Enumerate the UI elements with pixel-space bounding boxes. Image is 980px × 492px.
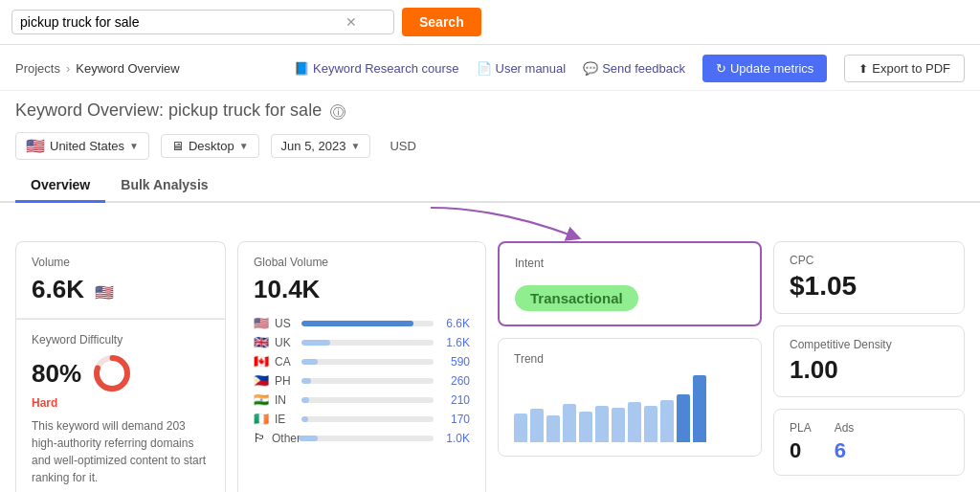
country-code: PH	[275, 374, 296, 388]
user-manual-label: User manual	[496, 61, 567, 76]
country-bar-track	[301, 321, 434, 326]
country-bar-track	[301, 416, 434, 422]
cpc-card: CPC $1.05	[773, 241, 965, 314]
trend-bar-item	[595, 406, 609, 442]
left-column: Volume 6.6K 🇺🇸 Keyword Difficulty 80% Ha…	[15, 241, 226, 492]
pla-ads-row: PLA 0 Ads 6	[790, 421, 948, 463]
export-icon: ⬆	[858, 62, 868, 76]
tabs: Overview Bulk Analysis	[0, 169, 980, 203]
date-chevron: ▼	[351, 141, 361, 151]
trend-label: Trend	[514, 352, 746, 366]
comp-density-value: 1.00	[790, 355, 948, 385]
tab-bulk-analysis[interactable]: Bulk Analysis	[105, 169, 223, 203]
info-icon[interactable]: ⓘ	[330, 104, 345, 120]
trend-bar-item	[530, 409, 544, 442]
country-val: 6.6K	[439, 317, 470, 330]
kd-sub: Hard	[32, 396, 210, 410]
page-title-keyword: pickup truck for sale	[168, 101, 322, 120]
country-code: UK	[275, 336, 296, 349]
pla-value: 0	[790, 438, 812, 463]
pla-label: PLA	[790, 421, 812, 435]
date-label: Jun 5, 2023	[281, 139, 346, 153]
trend-bar-item	[579, 412, 592, 442]
cpc-label: CPC	[790, 254, 948, 267]
pla-block: PLA 0	[790, 421, 812, 463]
global-vol-value: 10.4K	[254, 275, 470, 304]
keyword-course-label: Keyword Research course	[313, 61, 458, 76]
update-metrics-label: Update metrics	[730, 61, 813, 76]
page-title: Keyword Overview: pickup truck for sale …	[15, 101, 965, 121]
country-row: 🇵🇭 PH 260	[254, 373, 470, 388]
country-filter[interactable]: 🇺🇸 United States ▼	[15, 132, 149, 160]
trend-bar-item	[628, 402, 641, 442]
country-bar-fill	[301, 378, 311, 384]
filter-row: 🇺🇸 United States ▼ 🖥 Desktop ▼ Jun 5, 20…	[0, 126, 980, 169]
country-bar-fill	[301, 359, 318, 365]
book-icon: 📘	[294, 61, 309, 76]
search-bar: ✕ Search	[0, 0, 980, 45]
search-button[interactable]: Search	[402, 8, 481, 36]
country-row: 🇮🇳 IN 210	[254, 392, 470, 407]
device-label: Desktop	[189, 139, 234, 153]
date-filter[interactable]: Jun 5, 2023 ▼	[271, 134, 371, 158]
volume-value: 6.6K 🇺🇸	[32, 275, 210, 304]
us-flag: 🇺🇸	[26, 137, 45, 155]
intent-label: Intent	[515, 257, 745, 270]
volume-card: Volume 6.6K 🇺🇸	[15, 241, 226, 319]
country-val: 170	[439, 413, 470, 426]
country-rows: 🇺🇸 US 6.6K 🇬🇧 UK 1.6K 🇨🇦 CA 590 🇵🇭 PH	[254, 316, 470, 445]
competitive-density-card: Competitive Density 1.00	[773, 325, 965, 397]
country-val: 210	[439, 393, 470, 407]
trend-bar-item	[660, 400, 674, 442]
annotation-area	[0, 203, 980, 241]
trend-bar-item	[677, 394, 690, 442]
country-code: Other	[272, 432, 293, 445]
country-val: 1.0K	[439, 432, 470, 445]
country-bar-track	[299, 436, 434, 441]
country-val: 260	[439, 374, 470, 388]
country-bar-fill	[301, 340, 330, 346]
country-bar-track	[301, 378, 434, 384]
device-filter[interactable]: 🖥 Desktop ▼	[161, 134, 259, 158]
page-title-area: Keyword Overview: pickup truck for sale …	[0, 91, 980, 126]
tab-overview[interactable]: Overview	[15, 169, 105, 203]
trend-card: Trend	[498, 338, 762, 457]
device-icon: 🖥	[171, 139, 184, 153]
export-pdf-button[interactable]: ⬆ Export to PDF	[844, 55, 965, 82]
send-feedback-link[interactable]: 💬 Send feedback	[583, 61, 685, 76]
send-feedback-label: Send feedback	[602, 61, 685, 76]
breadcrumb-parent[interactable]: Projects	[15, 61, 60, 76]
mid-column: Intent Transactional Trend	[498, 241, 762, 492]
country-code: IE	[275, 413, 296, 426]
clear-icon[interactable]: ✕	[345, 14, 357, 30]
ads-label: Ads	[835, 421, 855, 435]
refresh-icon: ↻	[716, 61, 726, 76]
country-code: CA	[275, 355, 296, 369]
update-metrics-button[interactable]: ↻ Update metrics	[702, 55, 827, 82]
ads-block: Ads 6	[835, 421, 855, 463]
keyword-course-link[interactable]: 📘 Keyword Research course	[294, 61, 458, 76]
country-bar-track	[301, 397, 434, 403]
country-row: 🇨🇦 CA 590	[254, 354, 470, 369]
country-row: 🇮🇪 IE 170	[254, 412, 470, 426]
search-input[interactable]	[20, 14, 345, 30]
trend-bar-item	[644, 406, 657, 442]
search-input-wrapper: ✕	[11, 10, 394, 34]
country-code: IN	[275, 393, 296, 407]
export-pdf-label: Export to PDF	[872, 61, 950, 76]
feedback-icon: 💬	[583, 61, 598, 76]
global-volume-card: Global Volume 10.4K 🇺🇸 US 6.6K 🇬🇧 UK 1.6…	[237, 241, 486, 492]
trend-bar-item	[563, 404, 576, 442]
country-val: 590	[439, 355, 470, 369]
country-bar-fill	[301, 321, 413, 326]
country-code: US	[275, 317, 296, 330]
user-manual-link[interactable]: 📄 User manual	[477, 61, 567, 76]
cpc-value: $1.05	[790, 271, 948, 302]
kd-desc: This keyword will demand 203 high-author…	[32, 417, 210, 486]
global-vol-label: Global Volume	[254, 256, 470, 269]
currency-label: USD	[382, 135, 423, 157]
country-bar-track	[301, 340, 434, 346]
intent-badge: Transactional	[515, 285, 638, 311]
intent-card: Intent Transactional	[498, 241, 762, 326]
keyword-difficulty-card: Keyword Difficulty 80% Hard This keyword…	[15, 319, 226, 492]
